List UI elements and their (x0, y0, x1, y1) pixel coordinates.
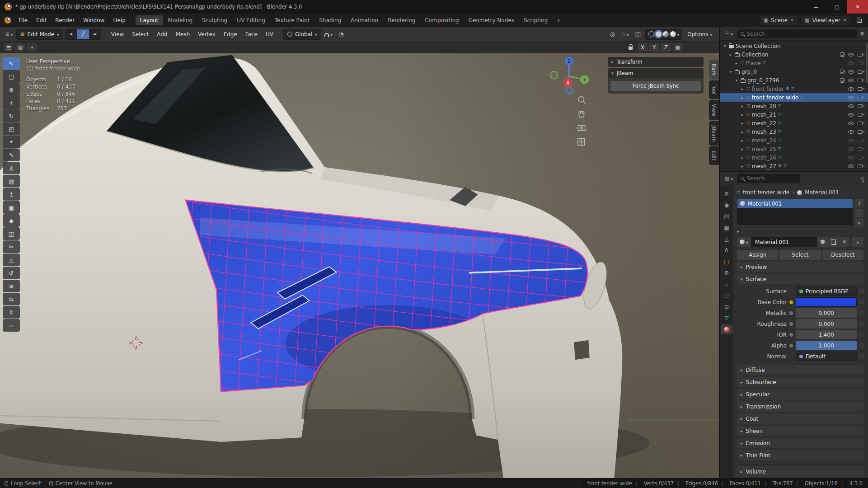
workspace-tab[interactable]: Geometry Nodes (464, 15, 519, 25)
toolbar-tool-button[interactable]: ⇆ (3, 293, 20, 305)
unlink-material-button[interactable]: ✕ (839, 237, 850, 247)
tool-settings-icon-b[interactable]: ▤ (15, 43, 25, 52)
outliner-row-mesh21[interactable]: mesh_21 (720, 110, 868, 119)
filter-icon[interactable] (860, 33, 864, 35)
hide-eye-icon[interactable] (848, 130, 854, 134)
decorator-icon[interactable] (859, 333, 863, 337)
breadcrumb-data[interactable]: Material.001 (805, 189, 839, 196)
vertex-select-button[interactable] (66, 29, 77, 39)
disable-render-icon[interactable] (858, 61, 863, 65)
outliner-row-front-fender[interactable]: front fender (720, 84, 868, 93)
mirror-axis-button[interactable]: Y (649, 43, 659, 52)
disable-render-icon[interactable] (858, 53, 863, 56)
workspace-tab[interactable]: Shading (314, 15, 346, 25)
normal-dropdown[interactable]: Default (796, 352, 857, 361)
slot-specials-button[interactable] (855, 219, 863, 227)
toolbar-tool-button[interactable]: ◰ (3, 122, 20, 135)
properties-tab[interactable]: ⚙ (721, 189, 732, 199)
remove-slot-button[interactable]: − (855, 209, 863, 217)
material-panel-header[interactable]: Sheen (737, 426, 863, 436)
expand-icon[interactable] (728, 70, 733, 74)
tool-settings-icon-c[interactable] (27, 43, 37, 52)
outliner-row-mesh25[interactable]: mesh_25 (720, 145, 868, 153)
disable-render-icon[interactable] (858, 70, 863, 74)
disable-render-icon[interactable] (858, 139, 863, 142)
close-button[interactable]: ✕ (847, 0, 868, 14)
solid-shading-button[interactable] (656, 31, 662, 37)
outliner-row-front-fender-wide[interactable]: front fender wide (720, 93, 868, 102)
outliner-row-grp0-2796[interactable]: grp_0_2796 (720, 76, 868, 84)
decorator-icon[interactable] (859, 311, 863, 315)
outliner-row-collection[interactable]: Collection (720, 50, 868, 59)
tool-settings-icon-a[interactable]: ⬒ (4, 43, 14, 52)
expand-icon[interactable] (740, 130, 745, 134)
viewport-menu[interactable]: UV (263, 29, 277, 40)
roughness-slider[interactable]: 0.000 (796, 319, 857, 328)
properties-tab[interactable]: ⚙ (721, 268, 732, 278)
material-slot-list[interactable]: Material.001 (737, 199, 853, 225)
properties-tab[interactable]: ▢ (721, 257, 732, 267)
toolbar-tool-button[interactable]: ⇕ (3, 306, 20, 319)
disable-render-icon[interactable] (858, 147, 863, 151)
material-panel-header[interactable]: Emission (737, 438, 863, 448)
proportional-edit-toggle[interactable] (336, 29, 347, 40)
material-panel-header[interactable]: Thin Film (737, 450, 863, 460)
workspace-tab[interactable]: Layout (136, 15, 163, 25)
toolbar-tool-button[interactable]: ✎ (3, 149, 20, 161)
outliner-row-mesh23[interactable]: mesh_23 (720, 127, 868, 136)
overlays-dropdown[interactable] (607, 29, 618, 40)
toolbar-tool-button[interactable]: △ (3, 253, 20, 266)
menubar-menu[interactable]: Window (79, 16, 108, 25)
jbeam-panel-header[interactable]: JBeam (608, 68, 704, 78)
hide-eye-icon[interactable] (848, 139, 854, 142)
outliner-row-grp0[interactable]: grp_0 (720, 67, 868, 76)
mode-dropdown[interactable]: Edit Mode (16, 29, 63, 40)
xray-toggle[interactable] (633, 29, 643, 40)
decorator-icon[interactable] (859, 343, 863, 347)
toolbar-tool-button[interactable]: ▱ (3, 319, 20, 332)
outliner-scrollbar[interactable] (866, 42, 868, 83)
viewport-menu[interactable]: Select (129, 29, 152, 40)
base-color-swatch[interactable] (796, 297, 857, 307)
preview-panel-header[interactable]: Preview (737, 262, 863, 272)
decorator-icon[interactable] (859, 322, 863, 326)
menubar-menu[interactable]: Edit (32, 16, 51, 25)
viewport-menu[interactable]: Vertex (195, 29, 219, 40)
outliner-search-input[interactable] (747, 31, 854, 37)
toolbar-tool-button[interactable]: ▣ (3, 201, 20, 214)
workspace-tab[interactable]: Compositing (420, 15, 463, 25)
disable-render-icon[interactable] (858, 130, 863, 134)
rendered-shading-button[interactable] (670, 31, 676, 37)
wireframe-shading-button[interactable] (648, 31, 654, 37)
toolbar-tool-button[interactable]: ◆ (3, 214, 20, 227)
gizmos-dropdown[interactable]: ◇ (620, 29, 631, 40)
material-link-dropdown[interactable] (852, 237, 863, 247)
disable-render-icon[interactable] (858, 122, 863, 125)
editor-type-dropdown[interactable]: ⊞ (4, 29, 14, 40)
outliner-row-mesh27[interactable]: mesh_27 (720, 162, 868, 170)
viewlayer-selector[interactable]: ▦ ViewLayer ✕ (801, 15, 851, 25)
viewport-menu[interactable]: Face (242, 29, 261, 40)
workspace-tab[interactable]: Sculpting (197, 15, 232, 25)
material-panel-header[interactable]: Diffuse (737, 365, 863, 375)
force-jbeam-sync-button[interactable]: Force JBeam Sync (610, 81, 701, 91)
options-menu[interactable]: Options (684, 29, 715, 40)
outliner-row-mesh24[interactable]: mesh_24 (720, 136, 868, 145)
material-panel-header[interactable]: Coat (737, 413, 863, 424)
material-panel-header[interactable]: Specular (737, 389, 863, 399)
exclude-checkbox[interactable] (840, 52, 845, 57)
expand-icon[interactable] (734, 61, 739, 66)
expand-icon[interactable] (740, 95, 745, 100)
mirror-axis-button[interactable]: Z (661, 43, 671, 52)
exclude-checkbox[interactable] (840, 70, 845, 74)
hide-eye-icon[interactable] (848, 79, 854, 82)
new-material-button[interactable] (828, 237, 839, 247)
decorator-icon[interactable] (859, 289, 863, 293)
outliner-editor-type-dropdown[interactable]: ☰ (723, 28, 734, 39)
disable-render-icon[interactable] (858, 87, 863, 91)
viewlayer-copy-button[interactable] (854, 15, 864, 26)
surface-panel-header[interactable]: Surface (737, 274, 863, 284)
outliner-row-mesh22[interactable]: mesh_22 (720, 119, 868, 127)
toolbar-tool-button[interactable]: ▢ (3, 70, 20, 83)
expand-icon[interactable] (740, 87, 745, 91)
